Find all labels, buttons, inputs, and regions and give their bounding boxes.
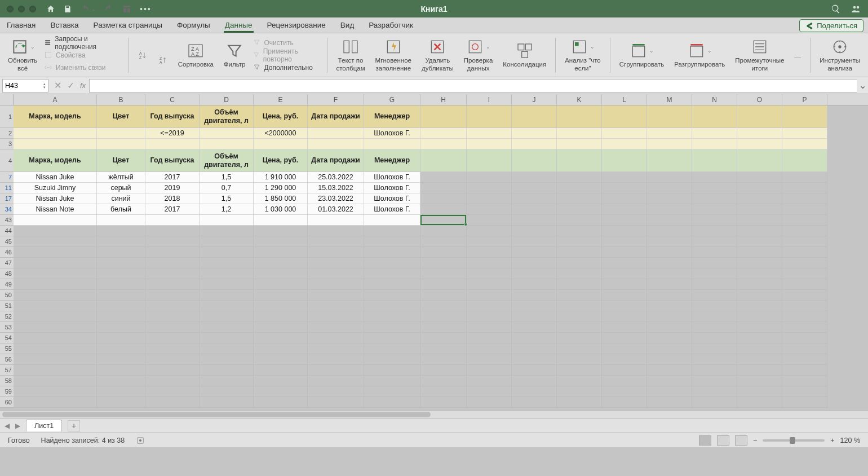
queries-connections-button[interactable]: Запросы и подключения xyxy=(44,37,122,48)
zoom-slider[interactable] xyxy=(763,439,825,442)
flash-fill-button[interactable]: Мгновенное заполнение xyxy=(372,36,415,74)
reapply-filter-button: Применить повторно xyxy=(253,50,321,60)
sort-asc-button[interactable]: AZ xyxy=(134,36,151,74)
filter-button[interactable]: Фильтр xyxy=(220,36,249,74)
row-headers[interactable]: 1234711173443444546474849505152535455565… xyxy=(0,105,14,408)
clear-filter-button: Очистить xyxy=(253,37,294,48)
properties-button: Свойства xyxy=(44,50,86,60)
status-ready: Готово xyxy=(8,437,30,444)
tab-home[interactable]: Главная xyxy=(6,18,37,33)
tab-developer[interactable]: Разработчик xyxy=(367,18,414,33)
svg-text:A: A xyxy=(139,51,142,55)
formula-bar: H43▴▾ ✕✓ fx ⌄ xyxy=(0,77,868,94)
expand-formula-bar[interactable]: ⌄ xyxy=(857,80,868,91)
svg-rect-22 xyxy=(690,46,702,57)
what-if-button[interactable]: ⌄Анализ "что если" xyxy=(561,36,604,74)
select-all-corner[interactable] xyxy=(0,94,14,105)
svg-rect-14 xyxy=(469,41,481,53)
titlebar: ⌄ ••• Книга1 xyxy=(0,0,868,17)
more-icon[interactable]: ••• xyxy=(140,5,152,14)
refresh-all-button[interactable]: ⌄ Обновить всё xyxy=(5,36,41,74)
zoom-out-button[interactable]: − xyxy=(753,437,757,444)
outline-expand-button[interactable]: ⎯⎯ xyxy=(791,36,804,74)
tab-insert[interactable]: Вставка xyxy=(49,18,79,33)
horizontal-scrollbar[interactable] xyxy=(0,410,868,418)
undo-icon[interactable]: ⌄ xyxy=(80,4,96,14)
edit-links-button: Изменить связи xyxy=(44,62,105,73)
status-records-found: Найдено записей: 4 из 38 xyxy=(41,437,125,444)
tab-data[interactable]: Данные xyxy=(224,18,254,33)
search-icon[interactable] xyxy=(831,4,841,14)
macro-record-icon[interactable] xyxy=(136,436,145,445)
subtotal-button[interactable]: Промежуточные итоги xyxy=(732,36,787,74)
svg-rect-17 xyxy=(525,44,532,50)
zoom-in-button[interactable]: + xyxy=(830,437,834,444)
svg-point-25 xyxy=(839,46,842,49)
home-icon[interactable] xyxy=(46,5,55,14)
tab-view[interactable]: Вид xyxy=(339,18,355,33)
tab-review[interactable]: Рецензирование xyxy=(266,18,327,33)
svg-point-0 xyxy=(853,6,856,8)
share-button[interactable]: Поделиться xyxy=(799,19,863,32)
view-normal-button[interactable] xyxy=(699,435,711,446)
sort-button[interactable]: Z AA ZСортировка xyxy=(175,36,217,74)
status-bar: Готово Найдено записей: 4 из 38 − + 120 … xyxy=(0,433,868,447)
save-icon[interactable] xyxy=(63,5,72,14)
view-page-layout-button[interactable] xyxy=(717,435,729,446)
svg-rect-18 xyxy=(521,51,528,58)
ribbon-tabs: Главная Вставка Разметка страницы Формул… xyxy=(0,17,868,33)
svg-rect-21 xyxy=(632,46,644,57)
data-validation-button[interactable]: ⌄Проверка данных xyxy=(460,36,497,74)
fx-icon[interactable]: fx xyxy=(80,81,86,90)
ungroup-button[interactable]: ⌄Разгруппировать xyxy=(671,36,728,74)
svg-point-1 xyxy=(857,6,860,8)
sheet-tabs: ◀ ▶ Лист1 + xyxy=(0,418,868,433)
tab-page-layout[interactable]: Разметка страницы xyxy=(92,18,163,33)
svg-rect-16 xyxy=(518,44,524,50)
svg-text:A: A xyxy=(160,60,162,64)
text-to-columns-button[interactable]: Текст по столбцам xyxy=(333,36,368,74)
svg-rect-11 xyxy=(352,41,357,53)
view-page-break-button[interactable] xyxy=(735,435,747,446)
consolidate-button[interactable]: Консолидация xyxy=(499,36,550,74)
template-icon[interactable] xyxy=(122,4,132,14)
cancel-formula-icon: ✕ xyxy=(54,80,61,91)
group-button[interactable]: ⌄Сгруппировать xyxy=(616,36,668,74)
svg-text:Z: Z xyxy=(160,56,162,60)
window-title: Книга1 xyxy=(420,5,447,14)
ribbon: ⌄ Обновить всё Запросы и подключения Сво… xyxy=(0,33,868,77)
svg-text:A Z: A Z xyxy=(191,51,199,57)
column-headers[interactable]: ABCDEFGHIJKLMNOP xyxy=(14,94,868,105)
sort-desc-button[interactable]: ZA xyxy=(154,41,171,80)
svg-rect-20 xyxy=(575,42,579,46)
svg-point-15 xyxy=(472,44,479,50)
analysis-tools-button[interactable]: Инструменты анализа xyxy=(816,36,863,74)
sheet-nav-prev[interactable]: ◀ xyxy=(5,422,10,430)
name-box[interactable]: H43▴▾ xyxy=(2,79,48,92)
formula-input[interactable] xyxy=(89,79,857,92)
confirm-formula-icon: ✓ xyxy=(67,80,74,91)
svg-text:Z: Z xyxy=(139,55,141,59)
share-people-icon[interactable] xyxy=(851,4,861,14)
window-controls[interactable] xyxy=(7,6,36,12)
add-sheet-button[interactable]: + xyxy=(68,420,80,431)
svg-point-27 xyxy=(139,439,141,442)
redo-icon[interactable] xyxy=(104,4,114,14)
spreadsheet-grid[interactable]: ABCDEFGHIJKLMNOP 12347111734434445464748… xyxy=(0,94,868,410)
sheet-nav-next[interactable]: ▶ xyxy=(15,422,20,430)
svg-rect-10 xyxy=(344,41,349,53)
svg-rect-2 xyxy=(46,52,51,58)
advanced-filter-button[interactable]: Дополнительно xyxy=(253,62,313,73)
tab-formulas[interactable]: Формулы xyxy=(176,18,211,33)
remove-duplicates-button[interactable]: Удалить дубликаты xyxy=(418,36,457,74)
sheet-tab[interactable]: Лист1 xyxy=(26,420,62,431)
zoom-level[interactable]: 120 % xyxy=(840,437,860,444)
